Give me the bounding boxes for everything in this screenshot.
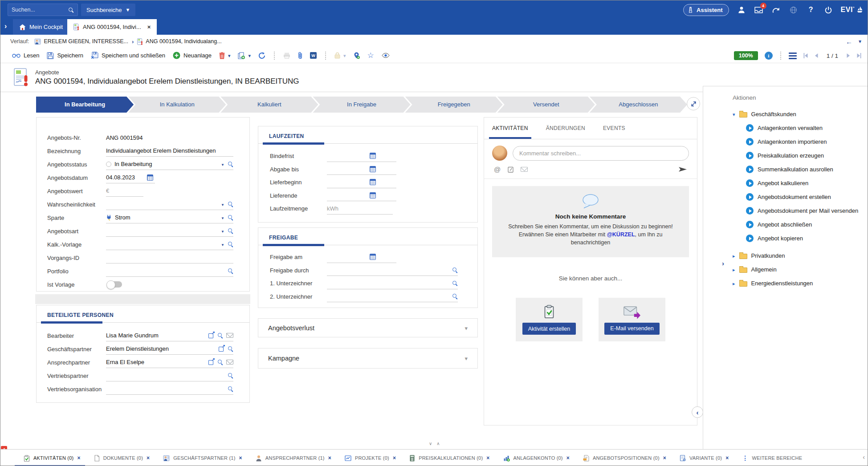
email-icon[interactable]: [521, 167, 528, 172]
action-angebotsdokument-per-mail[interactable]: Angebotsdokument per Mail versenden: [746, 204, 858, 218]
splitter-up-icon[interactable]: [436, 441, 440, 446]
template-toggle[interactable]: [107, 281, 122, 288]
editor-lookup[interactable]: Lisa Marie Gundrum: [106, 330, 233, 341]
sales-org-lookup[interactable]: [106, 383, 233, 395]
email-icon[interactable]: [226, 333, 233, 338]
tabs-scroll-left-icon[interactable]: ›: [4, 22, 7, 30]
action-angebot-kopieren[interactable]: Angebot kopieren: [746, 231, 803, 245]
save-close-button[interactable]: Speichern und schließen: [91, 52, 165, 59]
lookup-icon[interactable]: [228, 215, 233, 220]
global-search[interactable]: [8, 4, 78, 16]
comment-input[interactable]: [519, 150, 682, 157]
action-anlagenkonten-verwalten[interactable]: Anlagenkonten verwalten: [746, 121, 823, 135]
tab-close-icon[interactable]: [147, 24, 151, 30]
send-email-button[interactable]: E-Mail versenden: [604, 323, 659, 335]
close-icon[interactable]: [77, 455, 80, 461]
date-input[interactable]: [327, 150, 396, 162]
search-scope-button[interactable]: Suchbereiche ▼: [81, 4, 135, 16]
approver-lookup[interactable]: [327, 264, 458, 276]
chevron-down-icon[interactable]: [465, 324, 468, 332]
history-dropdown-icon[interactable]: [859, 38, 861, 45]
close-icon[interactable]: [147, 455, 150, 461]
copy-dropdown-icon[interactable]: [248, 52, 251, 59]
close-icon[interactable]: [725, 455, 729, 461]
tab-events[interactable]: EVENTS: [603, 118, 625, 139]
help-button[interactable]: [806, 5, 816, 15]
lookup-icon[interactable]: [228, 386, 233, 392]
last-page-icon[interactable]: [857, 53, 861, 58]
actions-group-allgemein[interactable]: Allgemein: [733, 263, 777, 276]
prev-page-icon[interactable]: [815, 53, 818, 58]
assistant-button[interactable]: Assistent: [683, 4, 729, 16]
calendar-icon[interactable]: [147, 174, 153, 181]
currency-input[interactable]: [106, 185, 143, 197]
action-summenkalkulation-ausrollen[interactable]: Summenkalkulation ausrollen: [746, 162, 833, 176]
tab-record[interactable]: ANG 0001594, Indivi...: [67, 19, 157, 35]
history-item-partner[interactable]: ERELEM GIEßEN, INTERESSE...: [34, 38, 128, 45]
quantity-input[interactable]: [327, 203, 393, 215]
lookup-icon[interactable]: [452, 280, 458, 286]
dropdown-icon[interactable]: [221, 201, 224, 207]
save-button[interactable]: Speichern: [47, 52, 83, 59]
angebotsverlust-panel[interactable]: Angebotsverlust: [258, 318, 478, 337]
close-icon[interactable]: [239, 455, 242, 461]
calendar-icon[interactable]: [370, 192, 376, 199]
quantity-field[interactable]: [327, 205, 393, 212]
lookup-icon[interactable]: [228, 373, 233, 378]
info-icon[interactable]: i: [765, 52, 773, 60]
calendar-icon[interactable]: [370, 179, 376, 185]
action-anlagenkonten-importieren[interactable]: Anlagenkonten importieren: [746, 135, 827, 149]
tree-expand-icon[interactable]: [733, 111, 735, 118]
step-in-kalkulation[interactable]: In Kalkulation: [128, 97, 226, 113]
open-record-icon[interactable]: [208, 359, 214, 365]
delete-dropdown-icon[interactable]: [228, 52, 231, 59]
status-select[interactable]: In Bearbeitung: [106, 158, 233, 170]
lock-button[interactable]: [334, 52, 346, 59]
action-angebot-abschliessen[interactable]: Angebot abschließen: [746, 218, 812, 231]
step-in-bearbeitung[interactable]: In Bearbeitung: [36, 97, 134, 113]
new-record-button[interactable]: Neuanlage: [173, 52, 212, 59]
portfolio-lookup[interactable]: [106, 265, 233, 277]
attachment-button[interactable]: [298, 52, 302, 59]
splitter-down-icon[interactable]: [429, 441, 432, 446]
probability-select[interactable]: [106, 199, 233, 210]
calendar-icon[interactable]: [370, 254, 376, 260]
chevron-down-icon[interactable]: [465, 355, 468, 362]
bottom-splitter[interactable]: [429, 441, 440, 446]
pin-button[interactable]: [354, 52, 360, 59]
bottom-bar-collapse-icon[interactable]: [863, 454, 865, 461]
open-record-icon[interactable]: [219, 346, 224, 352]
bottom-tab-aktivitaeten[interactable]: AKTIVITÄTEN (0): [24, 450, 81, 466]
action-angebotsdokument-erstellen[interactable]: Angebotsdokument erstellen: [746, 190, 831, 204]
actions-group-energiedienstleistungen[interactable]: Energiedienstleistungen: [733, 276, 813, 290]
actions-group-geschaeftskunden[interactable]: Geschäftskunden: [733, 107, 796, 121]
tab-aktivitaeten[interactable]: AKTIVITÄTEN: [492, 118, 528, 139]
date-input[interactable]: [327, 177, 396, 188]
division-select[interactable]: Strom: [106, 212, 233, 223]
logout-button[interactable]: [823, 5, 833, 15]
bottom-tab-preiskalkulationen[interactable]: PREISKALKULATIONEN (0): [409, 450, 489, 466]
back-icon[interactable]: [846, 38, 852, 45]
bottom-tab-projekte[interactable]: PROJEKTE (0): [345, 450, 396, 466]
inbox-button[interactable]: 4: [754, 5, 764, 15]
section-splitter[interactable]: [35, 294, 250, 304]
first-page-icon[interactable]: [803, 53, 808, 58]
tree-expand-icon[interactable]: [733, 280, 735, 287]
completeness-badge[interactable]: 100%: [734, 51, 758, 60]
mention-link[interactable]: @KÜRZEL: [607, 231, 635, 238]
tree-expand-icon[interactable]: [733, 252, 735, 259]
user-button[interactable]: [737, 5, 746, 15]
next-page-icon[interactable]: [847, 53, 850, 58]
process-id-input[interactable]: [106, 252, 233, 263]
text-input[interactable]: Individualangebot Erelem Dienstleistunge…: [106, 145, 233, 157]
contact-lookup[interactable]: Erna El Eselpe: [106, 357, 233, 368]
step-freigegeben[interactable]: Freigegeben: [405, 97, 503, 113]
collapse-activity-panel-button[interactable]: [692, 406, 703, 418]
date-input[interactable]: [327, 251, 396, 263]
word-export-button[interactable]: W: [310, 52, 317, 59]
close-icon[interactable]: [566, 455, 570, 461]
globe-button[interactable]: [789, 5, 799, 15]
close-icon[interactable]: [663, 455, 666, 461]
lookup-icon[interactable]: [228, 241, 233, 247]
redo-button[interactable]: [771, 5, 781, 15]
